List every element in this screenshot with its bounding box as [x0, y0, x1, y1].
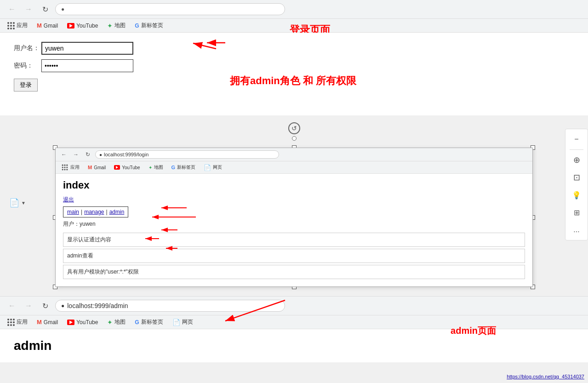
inner-webpage-label: 网页 — [213, 164, 222, 171]
bottom-browser: ← → ↻ ● 应用 M Gmail — [0, 296, 588, 362]
user-info: 用户：yuwen — [63, 220, 525, 228]
password-row: 密码： — [14, 59, 574, 72]
password-input[interactable] — [41, 59, 133, 72]
sidebar-tools: − ⊕ ⊡ 💡 ⊞ ... — [565, 129, 588, 240]
bottom-apps[interactable]: 应用 — [6, 317, 29, 327]
bottom-maps[interactable]: ✦ 地图 — [105, 317, 127, 327]
inner-browser: ← → ↻ ● localhost:9999/login 应用 — [55, 148, 533, 287]
login-button[interactable]: 登录 — [14, 79, 38, 91]
username-row: 用户名： — [14, 42, 574, 55]
maps-label: 地图 — [114, 22, 126, 29]
resize-handle-bottom[interactable] — [292, 136, 297, 141]
username-label: 用户名： — [14, 44, 41, 52]
bottom-newtab-label: 新标签页 — [141, 318, 163, 326]
admin-role-annotation: 拥有admin角色 和 所有权限 — [230, 74, 356, 88]
inner-screenshot-container: ← → ↻ ● localhost:9999/login 应用 — [55, 148, 533, 287]
top-address-bar-row: ← → ↻ ● localhost:9999/login — [0, 0, 588, 19]
doc-icon: 📄 — [9, 198, 19, 208]
inner-apps-icon — [62, 165, 68, 171]
left-tool[interactable]: 📄 ▼ — [9, 198, 26, 208]
gmail-icon: M — [37, 22, 42, 29]
refresh-button[interactable]: ↻ — [39, 3, 51, 16]
bottom-webpage[interactable]: 📄 网页 — [171, 317, 195, 327]
bottom-maps-icon: ✦ — [107, 319, 113, 326]
inner-newtab-label: 新标签页 — [177, 164, 195, 171]
inner-maps-label: 地图 — [154, 164, 163, 171]
forward-button[interactable]: → — [22, 3, 35, 16]
gmail-label: Gmail — [44, 23, 58, 29]
logout-link[interactable]: 退出 — [63, 196, 74, 204]
bottom-refresh-btn[interactable]: ↻ — [39, 299, 51, 312]
bulb-tool-btn[interactable]: 💡 — [568, 187, 585, 203]
inner-url: localhost:9999/login — [104, 152, 148, 157]
bottom-maps-label: 地图 — [114, 318, 126, 326]
bottom-newtab[interactable]: G 新标签页 — [133, 317, 165, 327]
url-input[interactable]: localhost:9999/login — [67, 6, 279, 13]
bottom-address-bar[interactable]: ● — [55, 300, 285, 312]
bottom-url-input[interactable] — [67, 302, 279, 309]
content-row-3: 具有用户模块的"user:*:*"权限 — [63, 265, 525, 279]
inner-youtube-label: YouTube — [122, 165, 140, 170]
youtube-label: YouTube — [76, 23, 98, 29]
watermark: https://blog.csdn.net/qq_45314037 — [507, 374, 584, 379]
bookmark-youtube[interactable]: YouTube — [65, 22, 100, 30]
bookmark-maps[interactable]: ✦ 地图 — [105, 21, 127, 30]
bottom-youtube-icon — [67, 320, 74, 325]
content-row-1: 显示认证通过内容 — [63, 233, 525, 247]
admin-page-annotation: admin页面 — [451, 325, 496, 337]
inner-maps[interactable]: ✦ 地图 — [147, 163, 165, 171]
minus-tool-btn[interactable]: − — [568, 131, 585, 148]
inner-forward-btn[interactable]: → — [71, 150, 80, 159]
address-bar[interactable]: ● localhost:9999/login — [55, 3, 285, 15]
apps-label: 应用 — [17, 22, 28, 29]
nav-manage-link[interactable]: manage — [82, 208, 106, 216]
page-title: index — [63, 179, 525, 191]
inner-refresh-btn[interactable]: ↻ — [83, 150, 92, 159]
bottom-youtube-label: YouTube — [76, 319, 98, 326]
google-icon: G — [135, 23, 139, 29]
login-form-area: 用户名： 密码： 登录 拥有admin角色 和 所有权限 — [0, 33, 588, 115]
bottom-forward-btn[interactable]: → — [22, 299, 35, 312]
top-browser: ← → ↻ ● localhost:9999/login 应用 M Gmail — [0, 0, 588, 33]
zoom-in-tool-btn[interactable]: ⊕ — [568, 152, 585, 168]
nav-admin-link[interactable]: admin — [108, 208, 126, 216]
bottom-lock-icon: ● — [61, 303, 64, 309]
youtube-icon — [67, 23, 74, 29]
more-tool-btn[interactable]: ... — [568, 222, 585, 238]
content-row-2: admin查看 — [63, 249, 525, 263]
crop-tool-btn[interactable]: ⊡ — [568, 169, 585, 186]
inner-google-icon: G — [171, 165, 176, 170]
inner-newtab[interactable]: G 新标签页 — [170, 163, 198, 171]
rotate-icon: ↺ — [288, 122, 300, 134]
bottom-bookmarks: 应用 M Gmail YouTube ✦ 地图 G 新标签页 📄 — [0, 315, 588, 329]
newtab-label: 新标签页 — [141, 22, 163, 29]
inner-apps[interactable]: 应用 — [59, 163, 81, 172]
inner-back-btn[interactable]: ← — [59, 150, 69, 159]
bottom-gmail-icon: M — [37, 319, 42, 326]
inner-youtube[interactable]: YouTube — [112, 164, 142, 171]
bookmark-gmail[interactable]: M Gmail — [35, 21, 60, 30]
bookmarks-bar: 应用 M Gmail YouTube ✦ 地图 G 新标签页 — [0, 19, 588, 32]
bookmark-newtab[interactable]: G 新标签页 — [133, 21, 165, 30]
tool-divider-1 — [570, 149, 583, 150]
bottom-apps-icon — [7, 319, 15, 326]
table-tool-btn[interactable]: ⊞ — [568, 204, 585, 221]
down-arrow-icon: ▼ — [21, 200, 26, 206]
bottom-page-content: admin — [0, 329, 588, 362]
bottom-youtube[interactable]: YouTube — [65, 318, 100, 326]
back-button[interactable]: ← — [6, 3, 18, 16]
bottom-toolbar: ← → ↻ ● — [0, 297, 588, 315]
bottom-gmail[interactable]: M Gmail — [35, 318, 60, 326]
maps-icon: ✦ — [107, 22, 113, 29]
inner-gmail-icon: M — [88, 165, 92, 170]
bookmark-apps[interactable]: 应用 — [6, 21, 29, 30]
username-input[interactable] — [41, 42, 133, 55]
inner-apps-label: 应用 — [70, 164, 80, 171]
apps-icon — [7, 22, 15, 29]
nav-main-link[interactable]: main — [65, 208, 81, 216]
inner-gmail-label: Gmail — [94, 165, 106, 170]
inner-address-bar[interactable]: ● localhost:9999/login — [95, 150, 279, 159]
inner-webpage[interactable]: 📄 网页 — [202, 163, 224, 172]
inner-gmail[interactable]: M Gmail — [86, 164, 108, 171]
bottom-back-btn[interactable]: ← — [6, 299, 18, 312]
